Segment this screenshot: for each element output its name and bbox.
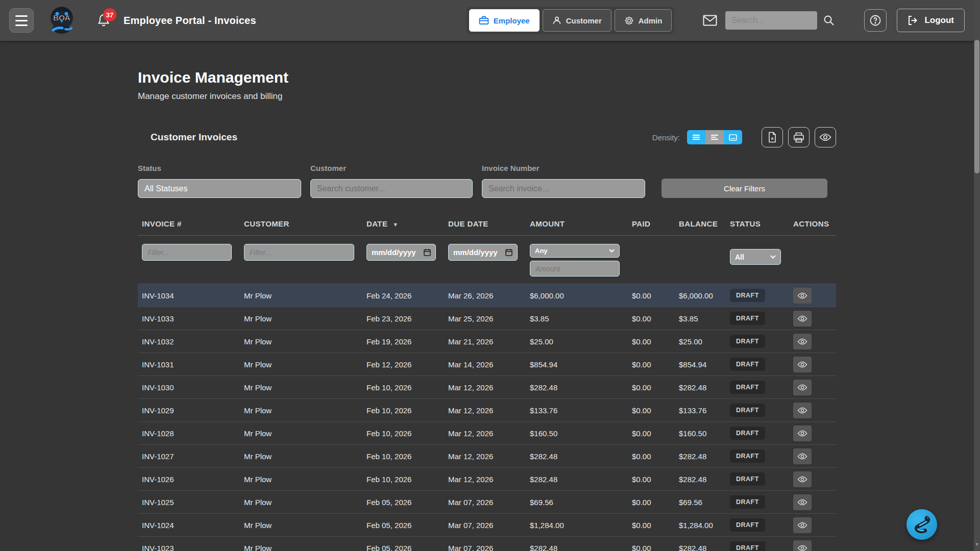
col-invoice[interactable]: INVOICE # — [138, 219, 240, 228]
visibility-button[interactable] — [815, 127, 836, 147]
invoice-filter-input[interactable] — [482, 179, 645, 198]
col-actions: ACTIONS — [789, 219, 836, 228]
table-row[interactable]: INV-1032 Mr Plow Feb 19, 2026 Mar 21, 20… — [138, 330, 836, 353]
global-search-input[interactable] — [725, 11, 817, 30]
col-paid[interactable]: PAID — [628, 219, 675, 228]
cell-amount: $133.76 — [526, 406, 628, 415]
cell-date: Feb 12, 2026 — [362, 360, 444, 369]
view-invoice-button[interactable] — [793, 540, 812, 551]
date-column-filter[interactable]: mm/dd/yyyy — [366, 244, 436, 261]
due-date-column-filter[interactable]: mm/dd/yyyy — [448, 244, 518, 261]
menu-toggle-button[interactable] — [9, 8, 34, 33]
tab-employee[interactable]: Employee — [469, 9, 540, 32]
cell-invoice: INV-1027 — [138, 452, 240, 461]
table-row[interactable]: INV-1034 Mr Plow Feb 24, 2026 Mar 26, 20… — [138, 284, 836, 307]
table-row[interactable]: INV-1026 Mr Plow Feb 10, 2026 Mar 12, 20… — [138, 467, 836, 490]
cell-invoice: INV-1030 — [138, 383, 240, 392]
customer-filter-input[interactable] — [310, 179, 473, 198]
view-invoice-button[interactable] — [793, 471, 812, 487]
view-invoice-button[interactable] — [793, 334, 812, 349]
status-badge: DRAFT — [730, 518, 765, 532]
cell-balance: $3.85 — [675, 314, 726, 323]
table-row[interactable]: INV-1024 Mr Plow Feb 05, 2026 Mar 07, 20… — [138, 513, 836, 536]
col-amount[interactable]: AMOUNT — [526, 219, 628, 228]
tab-admin[interactable]: Admin — [615, 9, 672, 32]
density-compact-button[interactable] — [687, 130, 705, 144]
logout-button[interactable]: Logout — [897, 9, 965, 32]
notifications-button[interactable]: 37 — [97, 13, 110, 28]
col-due-date[interactable]: DUE DATE — [444, 219, 526, 228]
briefcase-icon — [479, 16, 489, 25]
scrollbar-down-arrow[interactable]: ▼ — [974, 542, 980, 547]
col-date[interactable]: DATE▼ — [362, 219, 444, 228]
chat-fab-button[interactable] — [906, 509, 937, 540]
density-comfortable-button[interactable] — [724, 130, 742, 144]
scrollbar-thumb[interactable] — [974, 40, 979, 173]
table-row[interactable]: INV-1033 Mr Plow Feb 23, 2026 Mar 25, 20… — [138, 307, 836, 330]
view-invoice-button[interactable] — [793, 288, 812, 304]
cell-balance: $6,000.00 — [675, 291, 726, 300]
table-row[interactable]: INV-1028 Mr Plow Feb 10, 2026 Mar 12, 20… — [138, 421, 836, 444]
view-invoice-button[interactable] — [793, 494, 812, 510]
view-invoice-button[interactable] — [793, 311, 812, 327]
invoice-filter-label: Invoice Number — [482, 164, 645, 172]
status-column-filter[interactable]: All — [730, 249, 781, 265]
view-invoice-button[interactable] — [793, 357, 812, 372]
amount-operator-select[interactable]: Any — [530, 244, 620, 258]
view-invoice-button[interactable] — [793, 448, 812, 464]
vertical-scrollbar[interactable]: ▼ — [974, 0, 980, 551]
density-normal-button[interactable] — [705, 130, 724, 144]
export-pdf-button[interactable]: A — [762, 127, 783, 147]
view-invoice-button[interactable] — [793, 425, 812, 441]
view-invoice-button[interactable] — [793, 380, 812, 395]
status-badge: DRAFT — [730, 472, 765, 486]
density-normal-icon — [710, 134, 719, 140]
status-badge: DRAFT — [730, 312, 765, 325]
view-invoice-button[interactable] — [793, 517, 812, 533]
table-row[interactable]: INV-1027 Mr Plow Feb 10, 2026 Mar 12, 20… — [138, 444, 836, 467]
cell-invoice: INV-1033 — [138, 314, 240, 323]
amount-column-filter[interactable] — [530, 261, 620, 277]
cell-customer: Mr Plow — [240, 291, 362, 300]
eye-icon — [797, 361, 807, 368]
printer-icon — [793, 132, 804, 143]
col-customer[interactable]: CUSTOMER — [240, 219, 362, 228]
mail-icon[interactable] — [703, 15, 717, 26]
table-row[interactable]: INV-1023 Mr Plow Feb 05, 2026 Mar 07, 20… — [138, 536, 836, 551]
cell-due-date: Mar 12, 2026 — [444, 429, 526, 438]
status-filter-select[interactable]: All Statuses — [138, 179, 301, 198]
help-button[interactable] — [864, 9, 887, 32]
clear-filters-button[interactable]: Clear Filters — [662, 179, 827, 198]
cell-invoice: INV-1024 — [138, 521, 240, 530]
customer-column-filter[interactable] — [244, 244, 354, 261]
cell-due-date: Mar 25, 2026 — [444, 314, 526, 323]
view-invoice-button[interactable] — [793, 403, 812, 418]
print-button[interactable] — [788, 127, 810, 147]
column-filter-row: mm/dd/yyyy mm/dd/yyyy Any — [138, 236, 836, 284]
cell-date: Feb 24, 2026 — [362, 291, 444, 300]
cell-due-date: Mar 12, 2026 — [444, 383, 526, 392]
cell-invoice: INV-1028 — [138, 429, 240, 438]
eye-icon — [797, 430, 807, 437]
cell-balance: $160.50 — [675, 429, 726, 438]
status-badge: DRAFT — [730, 427, 765, 440]
status-badge: DRAFT — [730, 358, 765, 371]
table-row[interactable]: INV-1025 Mr Plow Feb 05, 2026 Mar 07, 20… — [138, 490, 836, 513]
calendar-icon — [505, 248, 512, 256]
table-row[interactable]: INV-1031 Mr Plow Feb 12, 2026 Mar 14, 20… — [138, 353, 836, 375]
table-row[interactable]: INV-1030 Mr Plow Feb 10, 2026 Mar 12, 20… — [138, 375, 836, 398]
person-icon — [552, 16, 561, 25]
cell-date: Feb 23, 2026 — [362, 314, 444, 323]
col-status[interactable]: STATUS — [726, 219, 789, 228]
eye-icon — [797, 476, 807, 483]
notification-count-badge: 37 — [103, 8, 116, 21]
table-row[interactable]: INV-1029 Mr Plow Feb 10, 2026 Mar 12, 20… — [138, 398, 836, 421]
tab-customer[interactable]: Customer — [543, 9, 611, 32]
cell-invoice: INV-1029 — [138, 406, 240, 415]
cell-amount: $25.00 — [526, 337, 628, 346]
col-balance[interactable]: BALANCE — [675, 219, 726, 228]
cell-paid: $0.00 — [628, 337, 675, 346]
search-icon[interactable] — [823, 15, 835, 26]
invoice-column-filter[interactable] — [142, 244, 232, 261]
gear-icon — [624, 16, 634, 26]
